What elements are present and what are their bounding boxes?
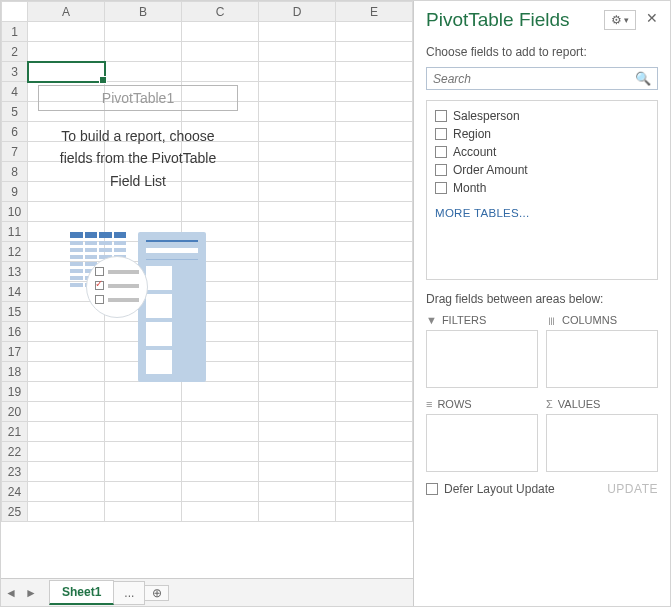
field-item[interactable]: Month: [435, 179, 649, 197]
filters-dropzone[interactable]: [426, 330, 538, 388]
cell[interactable]: [182, 122, 259, 142]
cell[interactable]: [259, 162, 336, 182]
row-header[interactable]: 13: [2, 262, 28, 282]
cell[interactable]: [182, 382, 259, 402]
cell[interactable]: [259, 402, 336, 422]
cell[interactable]: [336, 102, 413, 122]
cell[interactable]: [259, 82, 336, 102]
cell[interactable]: [182, 182, 259, 202]
cell[interactable]: [336, 142, 413, 162]
more-tables-link[interactable]: MORE TABLES...: [435, 207, 649, 219]
field-search-input[interactable]: [433, 72, 635, 86]
area-filters[interactable]: ▼FILTERS: [426, 314, 538, 388]
cell[interactable]: [182, 222, 259, 242]
cell[interactable]: [182, 442, 259, 462]
cell[interactable]: [259, 262, 336, 282]
row-header[interactable]: 17: [2, 342, 28, 362]
columns-dropzone[interactable]: [546, 330, 658, 388]
cell[interactable]: [259, 142, 336, 162]
cell[interactable]: [182, 242, 259, 262]
cell[interactable]: [182, 482, 259, 502]
cell[interactable]: [105, 142, 182, 162]
tab-nav-prev[interactable]: ◄: [1, 586, 21, 600]
field-item[interactable]: Salesperson: [435, 107, 649, 125]
cell[interactable]: [182, 102, 259, 122]
cell[interactable]: [105, 422, 182, 442]
cell[interactable]: [105, 42, 182, 62]
cell[interactable]: [259, 502, 336, 522]
cell[interactable]: [182, 462, 259, 482]
cell[interactable]: [105, 282, 182, 302]
row-header[interactable]: 16: [2, 322, 28, 342]
cell[interactable]: [259, 462, 336, 482]
cell[interactable]: [336, 462, 413, 482]
cell[interactable]: [336, 302, 413, 322]
column-header[interactable]: B: [105, 2, 182, 22]
cell[interactable]: [105, 462, 182, 482]
cell[interactable]: [28, 482, 105, 502]
column-header[interactable]: D: [259, 2, 336, 22]
cell[interactable]: [336, 342, 413, 362]
cell[interactable]: [259, 442, 336, 462]
cell[interactable]: [28, 202, 105, 222]
row-header[interactable]: 21: [2, 422, 28, 442]
cell[interactable]: [259, 382, 336, 402]
cell[interactable]: [105, 242, 182, 262]
cell[interactable]: [105, 342, 182, 362]
row-header[interactable]: 4: [2, 82, 28, 102]
cell[interactable]: [336, 222, 413, 242]
cell[interactable]: [259, 482, 336, 502]
cell[interactable]: [336, 82, 413, 102]
cell[interactable]: [28, 402, 105, 422]
row-header[interactable]: 11: [2, 222, 28, 242]
cell[interactable]: [182, 502, 259, 522]
cell[interactable]: [182, 262, 259, 282]
column-header[interactable]: A: [28, 2, 105, 22]
cell[interactable]: [28, 262, 105, 282]
cell[interactable]: [28, 362, 105, 382]
row-header[interactable]: 22: [2, 442, 28, 462]
rows-dropzone[interactable]: [426, 414, 538, 472]
cell[interactable]: [182, 202, 259, 222]
row-header[interactable]: 18: [2, 362, 28, 382]
row-header[interactable]: 8: [2, 162, 28, 182]
field-item[interactable]: Order Amount: [435, 161, 649, 179]
column-header[interactable]: C: [182, 2, 259, 22]
cell[interactable]: [28, 302, 105, 322]
cell[interactable]: [259, 302, 336, 322]
pane-settings-button[interactable]: ⚙ ▾: [604, 10, 636, 30]
cell[interactable]: [28, 442, 105, 462]
cell[interactable]: [336, 42, 413, 62]
cell[interactable]: [336, 322, 413, 342]
cell[interactable]: [259, 122, 336, 142]
row-header[interactable]: 9: [2, 182, 28, 202]
cell[interactable]: [259, 422, 336, 442]
cell[interactable]: [105, 202, 182, 222]
cell[interactable]: [336, 402, 413, 422]
row-header[interactable]: 12: [2, 242, 28, 262]
row-header[interactable]: 10: [2, 202, 28, 222]
sheet-tab-overflow[interactable]: ...: [114, 581, 145, 605]
cell[interactable]: [336, 502, 413, 522]
cell[interactable]: [182, 82, 259, 102]
cell[interactable]: [105, 62, 182, 82]
cell[interactable]: [105, 302, 182, 322]
cell[interactable]: [28, 142, 105, 162]
cell[interactable]: [336, 182, 413, 202]
cell[interactable]: [105, 82, 182, 102]
cell[interactable]: [28, 462, 105, 482]
cell[interactable]: [28, 422, 105, 442]
cell[interactable]: [259, 362, 336, 382]
cell[interactable]: [105, 22, 182, 42]
row-header[interactable]: 7: [2, 142, 28, 162]
cell[interactable]: [105, 222, 182, 242]
row-header[interactable]: 1: [2, 22, 28, 42]
column-header[interactable]: E: [336, 2, 413, 22]
cell[interactable]: [28, 62, 105, 82]
add-sheet-button[interactable]: ⊕: [145, 585, 169, 601]
cell[interactable]: [105, 182, 182, 202]
cell[interactable]: [182, 422, 259, 442]
sheet-tab-active[interactable]: Sheet1: [49, 580, 114, 605]
cell[interactable]: [28, 322, 105, 342]
cell[interactable]: [28, 342, 105, 362]
